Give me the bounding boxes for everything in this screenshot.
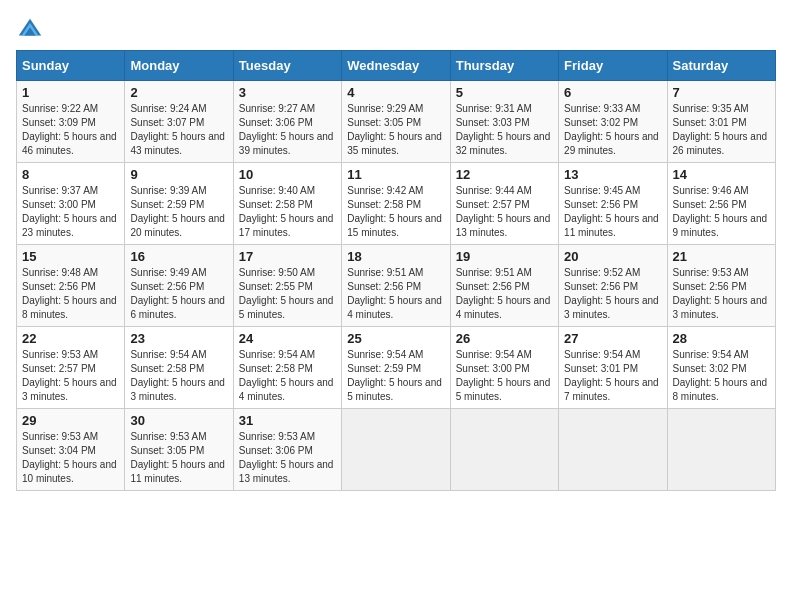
day-cell: 16 Sunrise: 9:49 AM Sunset: 2:56 PM Dayl… (125, 245, 233, 327)
day-cell: 17 Sunrise: 9:50 AM Sunset: 2:55 PM Dayl… (233, 245, 341, 327)
sunset-label: Sunset: 2:56 PM (673, 199, 747, 210)
day-number: 18 (347, 249, 444, 264)
sunset-label: Sunset: 3:00 PM (456, 363, 530, 374)
sunrise-label: Sunrise: 9:54 AM (239, 349, 315, 360)
sunrise-label: Sunrise: 9:50 AM (239, 267, 315, 278)
sunset-label: Sunset: 2:58 PM (130, 363, 204, 374)
day-number: 30 (130, 413, 227, 428)
sunrise-label: Sunrise: 9:29 AM (347, 103, 423, 114)
calendar-table: SundayMondayTuesdayWednesdayThursdayFrid… (16, 50, 776, 491)
day-info: Sunrise: 9:37 AM Sunset: 3:00 PM Dayligh… (22, 184, 119, 240)
day-info: Sunrise: 9:31 AM Sunset: 3:03 PM Dayligh… (456, 102, 553, 158)
day-number: 22 (22, 331, 119, 346)
daylight-label: Daylight: 5 hours and 35 minutes. (347, 131, 442, 156)
sunrise-label: Sunrise: 9:53 AM (22, 431, 98, 442)
daylight-label: Daylight: 5 hours and 17 minutes. (239, 213, 334, 238)
day-cell: 18 Sunrise: 9:51 AM Sunset: 2:56 PM Dayl… (342, 245, 450, 327)
sunset-label: Sunset: 2:58 PM (239, 199, 313, 210)
empty-cell (342, 409, 450, 491)
day-cell: 3 Sunrise: 9:27 AM Sunset: 3:06 PM Dayli… (233, 81, 341, 163)
sunset-label: Sunset: 3:00 PM (22, 199, 96, 210)
day-number: 26 (456, 331, 553, 346)
day-cell: 15 Sunrise: 9:48 AM Sunset: 2:56 PM Dayl… (17, 245, 125, 327)
day-info: Sunrise: 9:44 AM Sunset: 2:57 PM Dayligh… (456, 184, 553, 240)
sunrise-label: Sunrise: 9:33 AM (564, 103, 640, 114)
daylight-label: Daylight: 5 hours and 5 minutes. (456, 377, 551, 402)
sunrise-label: Sunrise: 9:45 AM (564, 185, 640, 196)
sunrise-label: Sunrise: 9:54 AM (130, 349, 206, 360)
day-cell: 11 Sunrise: 9:42 AM Sunset: 2:58 PM Dayl… (342, 163, 450, 245)
sunrise-label: Sunrise: 9:48 AM (22, 267, 98, 278)
day-cell: 1 Sunrise: 9:22 AM Sunset: 3:09 PM Dayli… (17, 81, 125, 163)
day-info: Sunrise: 9:53 AM Sunset: 3:04 PM Dayligh… (22, 430, 119, 486)
sunset-label: Sunset: 2:59 PM (130, 199, 204, 210)
day-number: 13 (564, 167, 661, 182)
daylight-label: Daylight: 5 hours and 3 minutes. (22, 377, 117, 402)
day-cell: 6 Sunrise: 9:33 AM Sunset: 3:02 PM Dayli… (559, 81, 667, 163)
sunset-label: Sunset: 3:07 PM (130, 117, 204, 128)
sunset-label: Sunset: 2:56 PM (130, 281, 204, 292)
sunset-label: Sunset: 2:59 PM (347, 363, 421, 374)
sunrise-label: Sunrise: 9:39 AM (130, 185, 206, 196)
day-number: 25 (347, 331, 444, 346)
sunrise-label: Sunrise: 9:27 AM (239, 103, 315, 114)
calendar-header: SundayMondayTuesdayWednesdayThursdayFrid… (17, 51, 776, 81)
week-row: 15 Sunrise: 9:48 AM Sunset: 2:56 PM Dayl… (17, 245, 776, 327)
daylight-label: Daylight: 5 hours and 10 minutes. (22, 459, 117, 484)
daylight-label: Daylight: 5 hours and 3 minutes. (130, 377, 225, 402)
daylight-label: Daylight: 5 hours and 5 minutes. (347, 377, 442, 402)
sunrise-label: Sunrise: 9:44 AM (456, 185, 532, 196)
day-number: 14 (673, 167, 770, 182)
day-info: Sunrise: 9:51 AM Sunset: 2:56 PM Dayligh… (456, 266, 553, 322)
day-cell: 8 Sunrise: 9:37 AM Sunset: 3:00 PM Dayli… (17, 163, 125, 245)
col-header-tuesday: Tuesday (233, 51, 341, 81)
sunset-label: Sunset: 2:58 PM (239, 363, 313, 374)
sunrise-label: Sunrise: 9:52 AM (564, 267, 640, 278)
daylight-label: Daylight: 5 hours and 4 minutes. (456, 295, 551, 320)
sunrise-label: Sunrise: 9:54 AM (456, 349, 532, 360)
empty-cell (450, 409, 558, 491)
day-info: Sunrise: 9:54 AM Sunset: 3:01 PM Dayligh… (564, 348, 661, 404)
daylight-label: Daylight: 5 hours and 8 minutes. (673, 377, 768, 402)
day-cell: 27 Sunrise: 9:54 AM Sunset: 3:01 PM Dayl… (559, 327, 667, 409)
daylight-label: Daylight: 5 hours and 5 minutes. (239, 295, 334, 320)
day-info: Sunrise: 9:42 AM Sunset: 2:58 PM Dayligh… (347, 184, 444, 240)
daylight-label: Daylight: 5 hours and 11 minutes. (130, 459, 225, 484)
sunset-label: Sunset: 3:02 PM (673, 363, 747, 374)
day-number: 17 (239, 249, 336, 264)
day-info: Sunrise: 9:49 AM Sunset: 2:56 PM Dayligh… (130, 266, 227, 322)
col-header-saturday: Saturday (667, 51, 775, 81)
sunrise-label: Sunrise: 9:53 AM (239, 431, 315, 442)
daylight-label: Daylight: 5 hours and 39 minutes. (239, 131, 334, 156)
daylight-label: Daylight: 5 hours and 9 minutes. (673, 213, 768, 238)
daylight-label: Daylight: 5 hours and 13 minutes. (239, 459, 334, 484)
col-header-sunday: Sunday (17, 51, 125, 81)
sunset-label: Sunset: 2:56 PM (564, 281, 638, 292)
day-cell: 28 Sunrise: 9:54 AM Sunset: 3:02 PM Dayl… (667, 327, 775, 409)
day-cell: 23 Sunrise: 9:54 AM Sunset: 2:58 PM Dayl… (125, 327, 233, 409)
sunset-label: Sunset: 3:05 PM (347, 117, 421, 128)
sunrise-label: Sunrise: 9:22 AM (22, 103, 98, 114)
day-cell: 5 Sunrise: 9:31 AM Sunset: 3:03 PM Dayli… (450, 81, 558, 163)
sunrise-label: Sunrise: 9:42 AM (347, 185, 423, 196)
sunset-label: Sunset: 3:04 PM (22, 445, 96, 456)
sunrise-label: Sunrise: 9:24 AM (130, 103, 206, 114)
day-number: 20 (564, 249, 661, 264)
day-info: Sunrise: 9:39 AM Sunset: 2:59 PM Dayligh… (130, 184, 227, 240)
day-info: Sunrise: 9:22 AM Sunset: 3:09 PM Dayligh… (22, 102, 119, 158)
day-info: Sunrise: 9:24 AM Sunset: 3:07 PM Dayligh… (130, 102, 227, 158)
daylight-label: Daylight: 5 hours and 8 minutes. (22, 295, 117, 320)
day-info: Sunrise: 9:51 AM Sunset: 2:56 PM Dayligh… (347, 266, 444, 322)
empty-cell (559, 409, 667, 491)
day-info: Sunrise: 9:40 AM Sunset: 2:58 PM Dayligh… (239, 184, 336, 240)
day-info: Sunrise: 9:27 AM Sunset: 3:06 PM Dayligh… (239, 102, 336, 158)
day-cell: 13 Sunrise: 9:45 AM Sunset: 2:56 PM Dayl… (559, 163, 667, 245)
sunrise-label: Sunrise: 9:46 AM (673, 185, 749, 196)
sunset-label: Sunset: 2:56 PM (347, 281, 421, 292)
sunset-label: Sunset: 2:57 PM (456, 199, 530, 210)
daylight-label: Daylight: 5 hours and 4 minutes. (239, 377, 334, 402)
day-info: Sunrise: 9:53 AM Sunset: 3:06 PM Dayligh… (239, 430, 336, 486)
sunset-label: Sunset: 2:57 PM (22, 363, 96, 374)
sunrise-label: Sunrise: 9:53 AM (130, 431, 206, 442)
daylight-label: Daylight: 5 hours and 3 minutes. (564, 295, 659, 320)
